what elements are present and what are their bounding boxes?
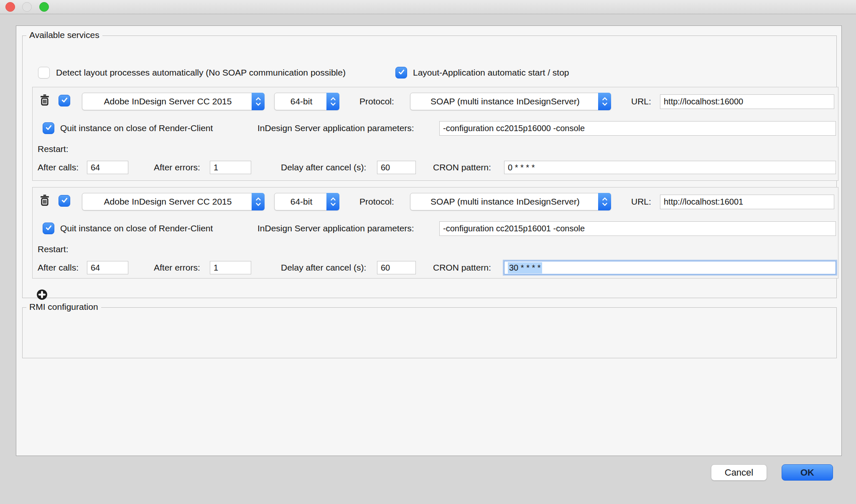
restart-label: Restart:	[38, 143, 69, 155]
url-label: URL:	[631, 193, 651, 210]
protocol-label: Protocol:	[359, 193, 394, 210]
quit-on-close-checkbox[interactable]	[43, 122, 54, 134]
minimize-window-button[interactable]	[22, 2, 32, 12]
quit-on-close-label: Quit instance on close of Render-Client	[60, 223, 213, 234]
delay-after-cancel-label: Delay after cancel (s):	[281, 161, 366, 174]
ok-button[interactable]: OK	[782, 464, 833, 481]
delete-service-button[interactable]	[39, 194, 51, 208]
after-calls-label: After calls:	[38, 261, 79, 274]
up-down-chevrons-icon	[598, 93, 611, 110]
zoom-window-button[interactable]	[39, 2, 49, 12]
available-services-group: Available services Detect layout process…	[22, 35, 837, 298]
after-calls-input[interactable]	[87, 261, 128, 274]
delete-service-button[interactable]	[39, 94, 51, 107]
check-icon	[61, 96, 68, 105]
cron-pattern-input[interactable]: 30 * * * *	[504, 261, 836, 274]
detect-layout-processes-checkbox[interactable]	[38, 67, 50, 79]
architecture-dropdown[interactable]: 64-bit	[274, 193, 339, 210]
after-calls-label: After calls:	[38, 161, 79, 174]
up-down-chevrons-icon	[326, 93, 339, 110]
detect-layout-processes-label: Detect layout processes automatically (N…	[56, 67, 346, 79]
protocol-dropdown[interactable]: SOAP (multi instance InDesignServer)	[410, 93, 611, 110]
cron-pattern-label: CRON pattern:	[433, 161, 491, 174]
rmi-configuration-group: RMI configuration Type Standard	[22, 307, 837, 358]
delay-after-cancel-input[interactable]	[377, 161, 416, 174]
service-enabled-checkbox[interactable]	[59, 195, 70, 207]
add-service-button[interactable]	[36, 289, 48, 301]
settings-window: Available services Detect layout process…	[0, 0, 856, 504]
application-parameters-label: InDesign Server application parameters:	[257, 223, 414, 234]
url-label: URL:	[631, 93, 651, 110]
quit-on-close-checkbox[interactable]	[43, 223, 54, 234]
check-icon	[398, 68, 405, 77]
close-window-button[interactable]	[5, 2, 15, 12]
protocol-dropdown[interactable]: SOAP (multi instance InDesignServer)	[410, 193, 611, 210]
up-down-chevrons-icon	[598, 193, 611, 210]
cron-pattern-label: CRON pattern:	[433, 261, 491, 274]
application-parameters-label: InDesign Server application parameters:	[257, 122, 414, 134]
after-errors-label: After errors:	[154, 161, 200, 174]
check-icon	[45, 224, 52, 233]
application-dropdown[interactable]: Adobe InDesign Server CC 2015	[82, 193, 265, 210]
protocol-label: Protocol:	[359, 93, 394, 110]
architecture-dropdown[interactable]: 64-bit	[274, 93, 339, 110]
up-down-chevrons-icon	[326, 193, 339, 210]
service-enabled-checkbox[interactable]	[59, 95, 70, 106]
after-errors-input[interactable]	[210, 261, 251, 274]
layout-application-autostart-checkbox[interactable]	[395, 67, 407, 79]
layout-application-autostart-label: Layout-Application automatic start / sto…	[413, 67, 569, 79]
title-bar	[0, 0, 856, 14]
restart-label: Restart:	[38, 243, 69, 255]
up-down-chevrons-icon	[252, 193, 265, 210]
cron-pattern-input[interactable]	[504, 161, 836, 174]
selected-text: 30 * * * *	[508, 262, 542, 274]
application-parameters-input[interactable]	[439, 121, 836, 136]
up-down-chevrons-icon	[252, 93, 265, 110]
delay-after-cancel-label: Delay after cancel (s):	[281, 261, 366, 274]
url-input[interactable]	[660, 195, 834, 209]
check-icon	[45, 124, 52, 133]
service-row: Adobe InDesign Server CC 2015 64-bit Pro…	[32, 87, 838, 181]
group-legend: RMI configuration	[26, 302, 101, 312]
url-input[interactable]	[660, 94, 834, 109]
application-dropdown[interactable]: Adobe InDesign Server CC 2015	[82, 93, 265, 110]
trash-icon	[40, 194, 50, 208]
cancel-button[interactable]: Cancel	[711, 464, 767, 481]
delay-after-cancel-input[interactable]	[377, 261, 416, 274]
after-errors-label: After errors:	[154, 261, 200, 274]
plus-circle-icon	[36, 289, 48, 301]
content-panel: Available services Detect layout process…	[16, 25, 842, 456]
after-errors-input[interactable]	[210, 161, 251, 174]
quit-on-close-label: Quit instance on close of Render-Client	[60, 122, 213, 134]
trash-icon	[40, 94, 50, 108]
service-row: Adobe InDesign Server CC 2015 64-bit Pro…	[32, 187, 838, 279]
group-legend: Available services	[26, 30, 102, 40]
after-calls-input[interactable]	[87, 161, 128, 174]
application-parameters-input[interactable]	[439, 221, 836, 236]
check-icon	[61, 197, 68, 205]
